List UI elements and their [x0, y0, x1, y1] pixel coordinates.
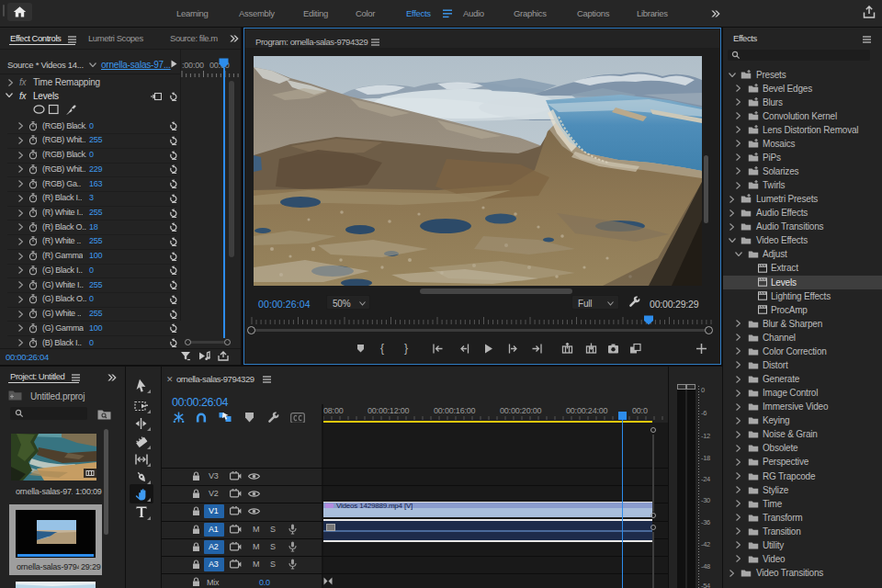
svg-text:00:0: 00:0 [632, 406, 648, 415]
svg-text:00:00:16:00: 00:00:16:00 [434, 406, 476, 415]
svg-text:00:00:20:00: 00:00:20:00 [500, 406, 542, 415]
svg-text:08:00: 08:00 [323, 406, 344, 415]
svg-text:00:00:24:00: 00:00:24:00 [566, 406, 608, 415]
svg-text:00:00:12:00: 00:00:12:00 [368, 406, 410, 415]
